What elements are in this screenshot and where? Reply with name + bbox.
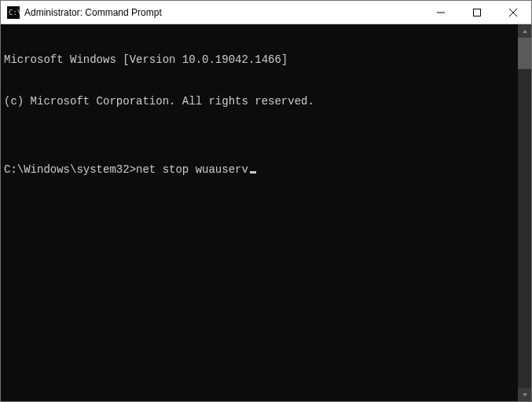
terminal-output-line: (c) Microsoft Corporation. All rights re… [4, 95, 516, 109]
close-icon [509, 9, 517, 16]
terminal-cursor [250, 171, 256, 174]
minimize-icon [437, 9, 445, 16]
terminal-area[interactable]: Microsoft Windows [Version 10.0.19042.14… [1, 24, 518, 401]
scroll-down-button[interactable] [518, 388, 531, 401]
maximize-button[interactable] [459, 1, 495, 24]
vertical-scrollbar[interactable] [518, 24, 531, 401]
minimize-button[interactable] [423, 1, 459, 24]
terminal-output-line: Microsoft Windows [Version 10.0.19042.14… [4, 53, 516, 68]
window-controls [423, 1, 531, 24]
cmd-icon: C:\ [7, 6, 20, 19]
chevron-up-icon [522, 28, 528, 35]
svg-marker-6 [523, 30, 527, 33]
terminal-prompt: C:\Windows\system32> [4, 163, 136, 177]
scroll-track[interactable] [518, 69, 531, 388]
maximize-icon [473, 9, 481, 16]
close-button[interactable] [495, 1, 531, 24]
scroll-thumb[interactable] [518, 38, 531, 69]
terminal-wrapper: Microsoft Windows [Version 10.0.19042.14… [1, 24, 531, 401]
svg-rect-3 [474, 9, 481, 16]
command-prompt-window: C:\ Administrator: Command Prompt [0, 0, 532, 402]
terminal-command: net stop wuauserv [136, 163, 248, 177]
window-title: Administrator: Command Prompt [24, 7, 423, 18]
terminal-prompt-line: C:\Windows\system32> net stop wuauserv [4, 163, 516, 177]
titlebar[interactable]: C:\ Administrator: Command Prompt [1, 1, 531, 24]
chevron-down-icon [522, 392, 528, 398]
scroll-up-button[interactable] [518, 24, 531, 38]
svg-marker-7 [523, 393, 527, 397]
svg-text:C:\: C:\ [9, 9, 20, 16]
